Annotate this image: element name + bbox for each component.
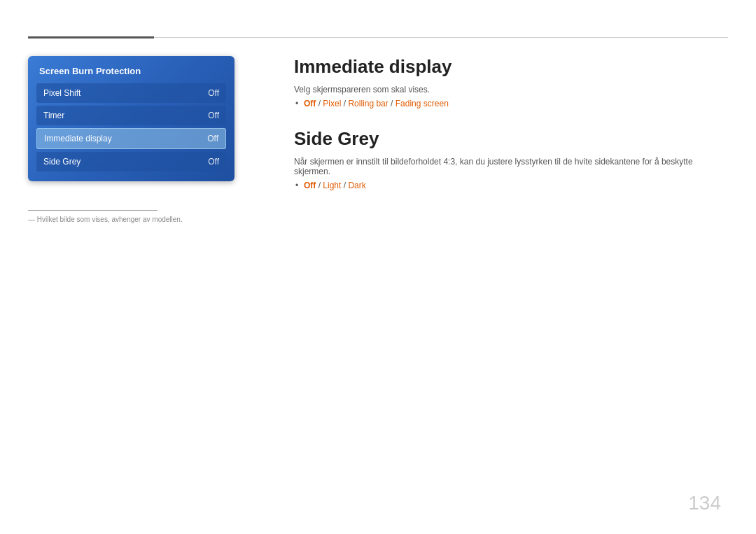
immediate-display-value: Off — [207, 134, 218, 143]
section-immediate-display: Immediate display Velg skjermspareren so… — [294, 56, 728, 108]
option-pixel: Pixel — [323, 99, 341, 108]
menu-item-pixel-shift[interactable]: Pixel Shift Off — [36, 83, 226, 103]
immediate-display-options: Off / Pixel / Rolling bar / Fading scree… — [294, 99, 728, 108]
menu-item-side-grey[interactable]: Side Grey Off — [36, 152, 226, 171]
option-off-1: Off — [304, 99, 316, 108]
option-light: Light — [323, 181, 341, 190]
menu-item-immediate-display[interactable]: Immediate display Off — [36, 128, 226, 149]
footnote-line — [28, 210, 158, 211]
section-side-grey: Side Grey Når skjermen er innstilt til b… — [294, 128, 728, 190]
screen-burn-protection-box: Screen Burn Protection Pixel Shift Off T… — [28, 56, 234, 181]
top-decorative-lines — [28, 36, 728, 38]
top-line-light — [154, 37, 728, 38]
page-number: 134 — [688, 492, 721, 514]
timer-value: Off — [208, 111, 219, 120]
left-panel: Screen Burn Protection Pixel Shift Off T… — [28, 56, 234, 181]
option-fading-screen: Fading screen — [396, 99, 449, 108]
side-grey-title: Side Grey — [294, 128, 728, 150]
right-content: Immediate display Velg skjermspareren so… — [294, 56, 728, 210]
top-line-dark — [28, 36, 154, 38]
option-dark: Dark — [348, 181, 365, 190]
immediate-display-desc: Velg skjermspareren som skal vises. — [294, 85, 728, 94]
option-off-2: Off — [304, 181, 316, 190]
side-grey-options: Off / Light / Dark — [294, 181, 728, 190]
side-grey-value: Off — [208, 157, 219, 167]
immediate-display-title: Immediate display — [294, 56, 728, 78]
side-grey-label: Side Grey — [43, 157, 80, 167]
immediate-display-bullet: Off / Pixel / Rolling bar / Fading scree… — [304, 99, 728, 108]
option-rolling-bar: Rolling bar — [348, 99, 388, 108]
pixel-shift-value: Off — [208, 88, 219, 98]
pixel-shift-label: Pixel Shift — [43, 88, 80, 98]
screen-burn-title: Screen Burn Protection — [36, 66, 226, 76]
immediate-display-label: Immediate display — [44, 134, 112, 143]
separator-3: / — [391, 99, 396, 108]
footnote-text: ― Hvilket bilde som vises, avhenger av m… — [28, 216, 183, 223]
side-grey-desc: Når skjermen er innstilt til bildeforhol… — [294, 157, 728, 176]
side-grey-bullet: Off / Light / Dark — [304, 181, 728, 190]
menu-item-timer[interactable]: Timer Off — [36, 106, 226, 125]
timer-label: Timer — [43, 111, 64, 120]
